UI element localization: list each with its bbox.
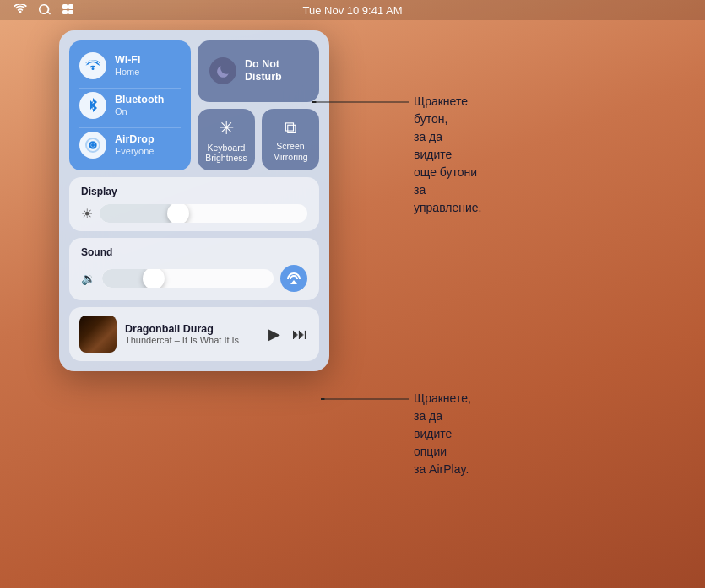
bluetooth-icon: [87, 98, 99, 113]
wifi-name: Wi-Fi: [115, 54, 140, 67]
moon-icon: [215, 63, 230, 78]
now-playing-section: Dragonball Durag Thundercat – It Is What…: [69, 307, 319, 361]
sound-label: Sound: [81, 246, 307, 258]
svg-rect-1: [68, 4, 73, 9]
display-slider-track[interactable]: [100, 204, 307, 223]
svg-rect-3: [68, 10, 73, 14]
bluetooth-item[interactable]: Bluetooth On: [79, 88, 181, 122]
network-group: Wi-Fi Home Bluetooth On: [69, 40, 191, 170]
menu-bar: Tue Nov 10 9:41 AM: [0, 0, 705, 20]
airplay-button[interactable]: [280, 265, 307, 292]
svg-point-5: [91, 143, 95, 147]
sound-slider-track[interactable]: [102, 269, 274, 288]
bluetooth-icon-bg: [79, 92, 106, 119]
menu-bar-left: [14, 4, 76, 16]
brightness-icon: ☀: [81, 206, 93, 222]
annotation-2-text: Щракнете, за да видите опции за AirPlay.: [414, 390, 471, 478]
screen-mirroring-icon: ⧉: [285, 118, 296, 138]
dnd-icon: [209, 57, 236, 84]
now-playing-artist: Thundercat – It Is What It Is: [125, 335, 258, 345]
annotation-1-line: [312, 101, 414, 103]
bluetooth-text: Bluetooth On: [115, 94, 164, 117]
wifi-item[interactable]: Wi-Fi Home: [79, 49, 181, 83]
play-button[interactable]: ▶: [267, 323, 282, 345]
menubar-clock: Tue Nov 10 9:41 AM: [302, 4, 402, 17]
keyboard-brightness-button[interactable]: ✳ KeyboardBrightness: [198, 109, 255, 170]
sound-slider-row: 🔉: [81, 265, 307, 292]
search-menubar-icon[interactable]: [39, 4, 51, 16]
volume-icon: 🔉: [81, 272, 95, 285]
airdrop-name: AirDrop: [115, 133, 155, 146]
display-slider-thumb[interactable]: [167, 204, 189, 223]
wifi-icon-bg: [79, 52, 106, 79]
small-buttons-row: ✳ KeyboardBrightness ⧉ ScreenMirroring: [198, 109, 319, 170]
control-center-panel: Wi-Fi Home Bluetooth On: [59, 30, 329, 371]
wifi-menubar-icon[interactable]: [14, 4, 27, 14]
wifi-sub: Home: [115, 67, 140, 78]
keyboard-brightness-icon: ✳: [219, 117, 234, 139]
now-playing-title: Dragonball Durag: [125, 323, 258, 335]
do-not-disturb-button[interactable]: Do NotDisturb: [198, 40, 319, 102]
airplay-icon: [287, 272, 301, 284]
screen-mirroring-button[interactable]: ⧉ ScreenMirroring: [262, 109, 319, 170]
svg-rect-2: [62, 10, 68, 14]
airdrop-icon: [85, 138, 100, 153]
annotation-2-line: [321, 398, 414, 400]
bluetooth-name: Bluetooth: [115, 94, 164, 106]
display-section: Display ☀: [69, 177, 319, 231]
sound-slider-thumb[interactable]: [143, 269, 165, 288]
playback-controls: ▶ ⏭: [267, 323, 309, 345]
svg-rect-0: [62, 4, 68, 9]
now-playing-info: Dragonball Durag Thundercat – It Is What…: [125, 323, 258, 345]
sound-section: Sound 🔉: [69, 238, 319, 300]
control-center-menubar-icon[interactable]: [62, 4, 76, 14]
bluetooth-sub: On: [115, 106, 164, 117]
album-art-image: [79, 316, 117, 353]
airdrop-sub: Everyone: [115, 146, 155, 157]
skip-forward-button[interactable]: ⏭: [290, 324, 309, 345]
top-grid: Wi-Fi Home Bluetooth On: [69, 40, 319, 170]
airdrop-text: AirDrop Everyone: [115, 133, 155, 157]
wifi-icon: [85, 60, 100, 72]
screen-mirroring-label: ScreenMirroring: [273, 141, 307, 162]
album-art: [79, 316, 117, 353]
display-label: Display: [81, 186, 307, 197]
dnd-label: Do NotDisturb: [245, 58, 282, 84]
svg-point-9: [321, 398, 325, 400]
right-col: Do NotDisturb ✳ KeyboardBrightness ⧉ Scr…: [198, 40, 319, 170]
keyboard-brightness-label: KeyboardBrightness: [205, 143, 247, 164]
annotation-1-text: Щракнете бутон, за да видите още бутони …: [414, 93, 481, 217]
airdrop-item[interactable]: AirDrop Everyone: [79, 127, 181, 162]
svg-point-7: [312, 101, 317, 103]
airdrop-icon-bg: [79, 132, 106, 159]
display-slider-row: ☀: [81, 204, 307, 223]
wifi-text: Wi-Fi Home: [115, 54, 140, 78]
